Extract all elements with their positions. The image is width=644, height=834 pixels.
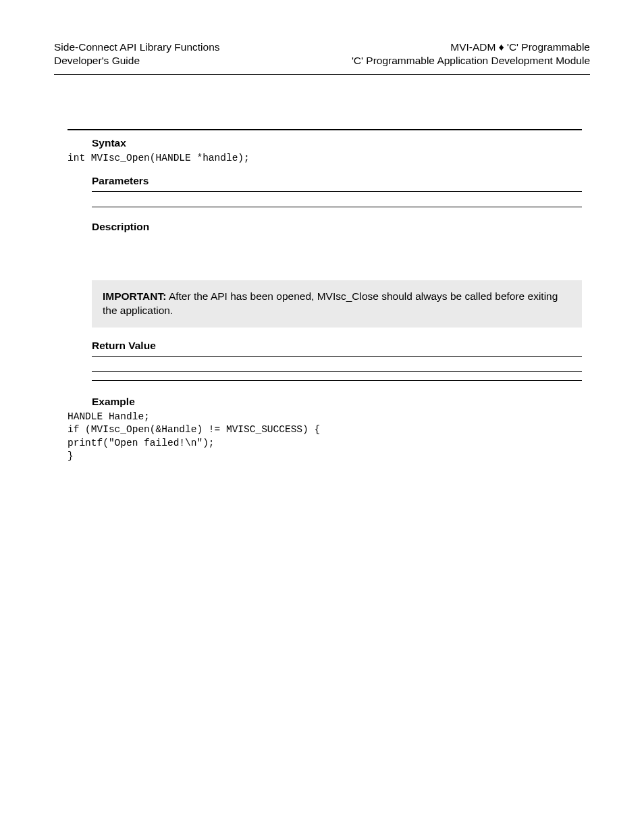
top-rule [68, 129, 582, 130]
important-text: After the API has been opened, MVIsc_Clo… [103, 290, 558, 316]
page-header: Side-Connect API Library Functions Devel… [54, 41, 590, 75]
example-code: HANDLE Handle; if (MVIsc_Open(&Handle) !… [68, 411, 582, 463]
header-left: Side-Connect API Library Functions Devel… [54, 41, 220, 68]
content-area: Syntax int MVIsc_Open(HANDLE *handle); P… [54, 129, 590, 463]
description-heading: Description [68, 221, 582, 233]
header-left-line1: Side-Connect API Library Functions [54, 41, 220, 54]
header-right-line1: MVI-ADM ♦ 'C' Programmable [352, 41, 590, 54]
return-rule-3 [92, 380, 582, 381]
important-label: IMPORTANT: [103, 290, 166, 302]
example-heading: Example [68, 396, 582, 408]
important-box: IMPORTANT: After the API has been opened… [92, 280, 582, 328]
return-value-heading: Return Value [68, 340, 582, 352]
header-right: MVI-ADM ♦ 'C' Programmable 'C' Programma… [352, 41, 590, 68]
syntax-code: int MVIsc_Open(HANDLE *handle); [68, 152, 582, 165]
header-right-line2: 'C' Programmable Application Development… [352, 54, 590, 68]
param-rule-2 [92, 207, 582, 207]
syntax-heading: Syntax [68, 137, 582, 149]
header-left-line2: Developer's Guide [54, 54, 220, 68]
parameters-heading: Parameters [68, 175, 582, 187]
